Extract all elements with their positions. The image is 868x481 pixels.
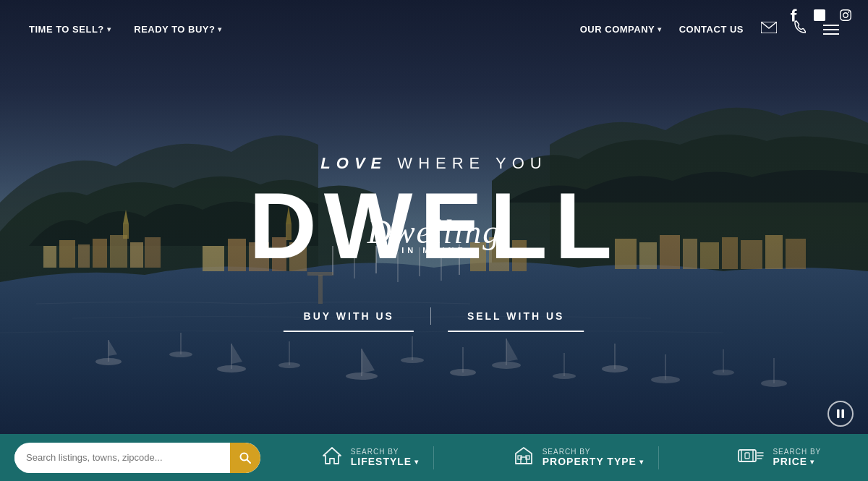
search-box bbox=[14, 443, 260, 473]
search-section bbox=[0, 443, 275, 473]
svg-rect-66 bbox=[837, 409, 840, 418]
bottom-search-bar: SEARCH BY LIFESTYLE ▾ SEARCH BY bbox=[0, 434, 868, 481]
svg-rect-76 bbox=[745, 453, 749, 459]
property-type-filter-text: SEARCH BY PROPERTY TYPE ▾ bbox=[542, 448, 644, 467]
nav-left: TIME TO SELL? ▾ READY TO BUY? ▾ bbox=[29, 24, 222, 35]
hero-section: Dwelling IN MAINE TIME TO SELL? ▾ READY … bbox=[0, 0, 868, 441]
svg-line-69 bbox=[247, 459, 251, 463]
filter-price[interactable]: SEARCH BY PRICE ▾ bbox=[723, 447, 835, 469]
filter-property-type[interactable]: SEARCH BY PROPERTY TYPE ▾ bbox=[499, 446, 659, 469]
phone-icon[interactable] bbox=[794, 20, 806, 38]
email-icon[interactable] bbox=[761, 22, 777, 37]
hero-main-heading: DWELL bbox=[249, 179, 619, 273]
price-filter-text: SEARCH BY PRICE ▾ bbox=[773, 448, 821, 467]
video-pause-button[interactable] bbox=[827, 401, 854, 427]
cta-row: BUY WITH US SELL WITH US bbox=[268, 302, 601, 331]
nav-right: OUR COMPANY ▾ CONTACT US bbox=[580, 20, 839, 38]
search-button[interactable] bbox=[230, 443, 260, 473]
buy-with-us-button[interactable]: BUY WITH US bbox=[268, 302, 430, 331]
svg-rect-67 bbox=[842, 409, 845, 418]
search-filters: SEARCH BY LIFESTYLE ▾ SEARCH BY bbox=[275, 446, 868, 469]
hamburger-menu-icon[interactable] bbox=[823, 25, 839, 35]
chevron-down-icon: ▾ bbox=[658, 25, 662, 33]
nav-time-to-sell[interactable]: TIME TO SELL? ▾ bbox=[29, 24, 111, 35]
nav-our-company[interactable]: OUR COMPANY ▾ bbox=[580, 24, 662, 35]
chevron-down-icon: ▾ bbox=[414, 458, 419, 466]
price-icon bbox=[738, 447, 764, 469]
search-input[interactable] bbox=[14, 452, 230, 463]
property-type-icon bbox=[514, 446, 534, 469]
nav-contact-us[interactable]: CONTACT US bbox=[679, 24, 744, 35]
chevron-down-icon: ▾ bbox=[107, 25, 111, 33]
chevron-down-icon: ▾ bbox=[218, 25, 222, 33]
chevron-down-icon: ▾ bbox=[810, 458, 814, 466]
lifestyle-filter-text: SEARCH BY LIFESTYLE ▾ bbox=[351, 448, 419, 467]
chevron-down-icon: ▾ bbox=[639, 458, 644, 466]
sell-with-us-button[interactable]: SELL WITH US bbox=[431, 302, 601, 331]
hero-tagline-love: LOVE bbox=[320, 154, 387, 172]
hero-tagline: LOVE WHERE YOU bbox=[320, 154, 547, 173]
main-navigation: TIME TO SELL? ▾ READY TO BUY? ▾ OUR COMP… bbox=[0, 20, 868, 38]
nav-ready-to-buy[interactable]: READY TO BUY? ▾ bbox=[134, 24, 222, 35]
lifestyle-icon bbox=[322, 446, 342, 469]
filter-lifestyle[interactable]: SEARCH BY LIFESTYLE ▾ bbox=[307, 446, 434, 469]
